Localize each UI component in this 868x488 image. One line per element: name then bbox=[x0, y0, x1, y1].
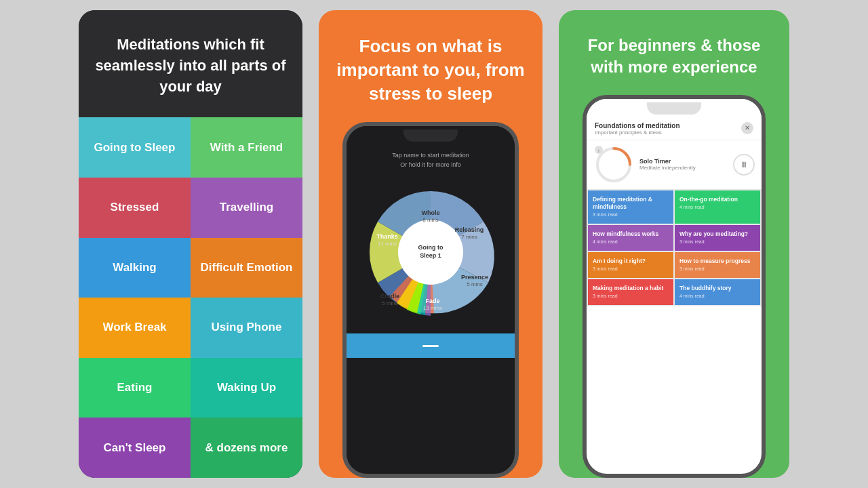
panel-experience: For beginners & those with more experien… bbox=[559, 10, 789, 478]
notch-bar bbox=[403, 129, 458, 142]
article-label: Making meditation a habit bbox=[593, 285, 663, 291]
meditation-wheel: Going to Sleep 1 Whole 8 mins Releasing … bbox=[356, 178, 505, 327]
sub-cradle: 5 mins bbox=[382, 300, 398, 306]
home-indicator bbox=[422, 345, 439, 347]
grid-cell-waking-up[interactable]: Waking Up bbox=[191, 358, 302, 418]
grid-cell-stressed[interactable]: Stressed bbox=[79, 178, 191, 238]
article-sub: 3 mins read bbox=[593, 266, 618, 271]
label-thanks: Thanks bbox=[376, 233, 398, 240]
article-label: The buddhify story bbox=[679, 285, 732, 291]
label-whole: Whole bbox=[422, 209, 440, 216]
article-cell-0[interactable]: Defining meditation & mindfulness3 mins … bbox=[588, 190, 673, 224]
sub-fade: 13 mins bbox=[423, 305, 442, 311]
grid-cell-work-break[interactable]: Work Break bbox=[79, 298, 191, 358]
article-label: Defining meditation & mindfulness bbox=[593, 196, 652, 210]
article-sub: 4 mins read bbox=[593, 239, 618, 244]
panel2-title: Focus on what is important to you, from … bbox=[332, 35, 529, 106]
article-cell-4[interactable]: Am I doing it right?3 mins read bbox=[588, 252, 673, 278]
grid-cell-travelling[interactable]: Travelling bbox=[191, 178, 302, 238]
panel2-header: Focus on what is important to you, from … bbox=[319, 10, 542, 122]
article-label: Am I doing it right? bbox=[593, 258, 646, 264]
article-cell-3[interactable]: Why are you meditating?3 mins read bbox=[675, 225, 760, 251]
articles-grid: Defining meditation & mindfulness3 mins … bbox=[587, 189, 762, 306]
article-sub: 4 mins read bbox=[679, 293, 705, 298]
sub-thanks: 11 mins bbox=[378, 241, 397, 247]
wheel-svg: Going to Sleep 1 Whole 8 mins Releasing … bbox=[356, 178, 505, 327]
timer-label: Solo Timer bbox=[639, 158, 696, 165]
center-text2: Sleep 1 bbox=[420, 252, 441, 259]
center-text1: Going to bbox=[418, 244, 443, 251]
phone-hint2: Or hold it for more info bbox=[400, 161, 461, 168]
panel-focus: Focus on what is important to you, from … bbox=[319, 10, 542, 478]
article-sub: 3 mins read bbox=[679, 239, 705, 244]
article-sub: 3 mins read bbox=[593, 212, 618, 217]
grid-cell-difficult-emotion[interactable]: Difficult Emotion bbox=[191, 238, 302, 298]
article-sub: 3 mins read bbox=[593, 293, 618, 298]
phone2-title-section: Foundations of meditation Important prin… bbox=[595, 122, 680, 136]
timer-arc: i bbox=[593, 144, 634, 185]
phone2-top-bar: Foundations of meditation Important prin… bbox=[587, 118, 762, 140]
panel3-header: For beginners & those with more experien… bbox=[559, 10, 789, 95]
svg-text:i: i bbox=[598, 148, 599, 154]
phone-hint1: Tap name to start meditation bbox=[392, 152, 469, 159]
phone2-subtitle: Important principles & ideas bbox=[595, 129, 680, 136]
sub-releasing: 7 mins bbox=[461, 234, 477, 240]
phone2-notch-area bbox=[587, 99, 762, 118]
meditation-grid: Going to SleepWith a FriendStressedTrave… bbox=[79, 117, 302, 478]
grid-cell-eating[interactable]: Eating bbox=[79, 358, 191, 418]
panel-meditations: Meditations which fit seamlessly into al… bbox=[79, 10, 302, 478]
sub-whole: 8 mins bbox=[422, 217, 439, 223]
article-cell-2[interactable]: How mindfulness works4 mins read bbox=[588, 225, 673, 251]
article-sub: 3 mins read bbox=[679, 266, 705, 271]
article-cell-6[interactable]: Making meditation a habit3 mins read bbox=[588, 279, 673, 305]
timer-text: Solo Timer Meditate independently bbox=[639, 158, 696, 171]
sub-presence: 5 mins bbox=[467, 281, 483, 287]
article-label: How to measure progress bbox=[679, 258, 750, 264]
timer-sub: Meditate independently bbox=[639, 165, 696, 171]
panel1-header: Meditations which fit seamlessly into al… bbox=[79, 10, 302, 117]
grid-cell-&-dozens-more[interactable]: & dozens more bbox=[191, 418, 302, 478]
label-releasing: Releasing bbox=[455, 226, 484, 233]
panel3-title: For beginners & those with more experien… bbox=[572, 35, 776, 79]
phone-notch bbox=[347, 126, 515, 145]
phone2-notch-bar bbox=[647, 102, 701, 115]
panel1-title: Meditations which fit seamlessly into al… bbox=[92, 35, 289, 97]
grid-cell-walking[interactable]: Walking bbox=[79, 238, 191, 298]
article-label: Why are you meditating? bbox=[679, 230, 748, 237]
grid-cell-going-to-sleep[interactable]: Going to Sleep bbox=[79, 117, 191, 178]
article-cell-1[interactable]: On-the-go meditation4 mins read bbox=[675, 190, 760, 224]
phone-content: Tap name to start meditation Or hold it … bbox=[347, 145, 515, 333]
article-label: How mindfulness works bbox=[593, 230, 658, 237]
label-fade: Fade bbox=[425, 298, 439, 304]
label-cradle: Cradle bbox=[380, 293, 399, 300]
timer-area: i Solo Timer Meditate independently ⏸ bbox=[587, 140, 762, 189]
pause-button[interactable]: ⏸ bbox=[733, 154, 755, 176]
label-presence: Presence bbox=[461, 274, 488, 281]
phone-mockup-wheel: Tap name to start meditation Or hold it … bbox=[342, 122, 519, 478]
article-label: On-the-go meditation bbox=[679, 196, 738, 203]
article-cell-5[interactable]: How to measure progress3 mins read bbox=[675, 252, 760, 278]
phone-bottom-bar bbox=[347, 333, 515, 358]
article-sub: 4 mins read bbox=[679, 205, 705, 209]
grid-cell-using-phone[interactable]: Using Phone bbox=[191, 298, 302, 358]
phone2-title: Foundations of meditation bbox=[595, 122, 680, 129]
close-button[interactable]: ✕ bbox=[741, 122, 753, 134]
grid-cell-with-a-friend[interactable]: With a Friend bbox=[191, 117, 302, 178]
main-container: Meditations which fit seamlessly into al… bbox=[0, 0, 868, 488]
phone-mockup-articles: Foundations of meditation Important prin… bbox=[583, 95, 766, 478]
article-cell-7[interactable]: The buddhify story4 mins read bbox=[675, 279, 760, 305]
grid-cell-can't-sleep[interactable]: Can't Sleep bbox=[79, 418, 191, 478]
